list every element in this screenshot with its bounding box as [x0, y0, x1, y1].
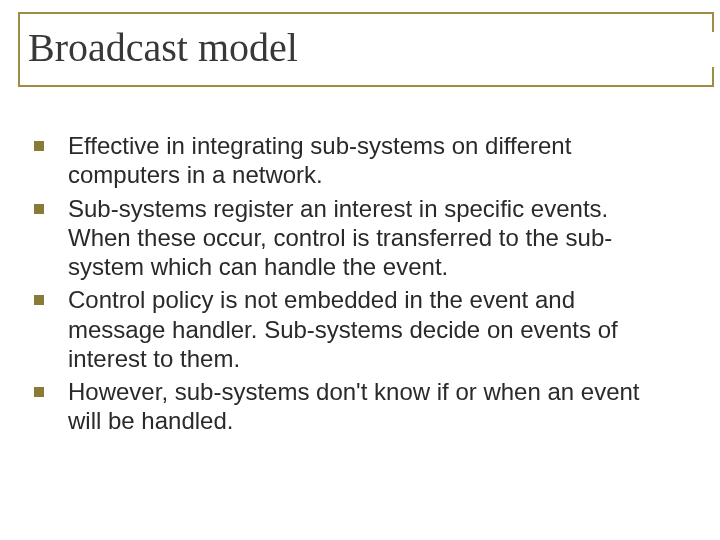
bullet-text: Control policy is not embedded in the ev…: [68, 286, 618, 372]
slide-title: Broadcast model: [28, 24, 712, 71]
bullet-square-icon: [34, 204, 44, 214]
bullet-text: Sub-systems register an interest in spec…: [68, 195, 612, 281]
list-item: Sub-systems register an interest in spec…: [34, 194, 672, 282]
list-item: However, sub-systems don't know if or wh…: [34, 377, 672, 436]
bullet-text: However, sub-systems don't know if or wh…: [68, 378, 640, 434]
slide: Broadcast model Effective in integrating…: [0, 0, 720, 540]
title-frame: Broadcast model: [18, 12, 712, 87]
bullet-square-icon: [34, 387, 44, 397]
bullet-text: Effective in integrating sub-systems on …: [68, 132, 571, 188]
bullet-list: Effective in integrating sub-systems on …: [18, 131, 702, 436]
bullet-square-icon: [34, 141, 44, 151]
list-item: Effective in integrating sub-systems on …: [34, 131, 672, 190]
bullet-square-icon: [34, 295, 44, 305]
list-item: Control policy is not embedded in the ev…: [34, 285, 672, 373]
